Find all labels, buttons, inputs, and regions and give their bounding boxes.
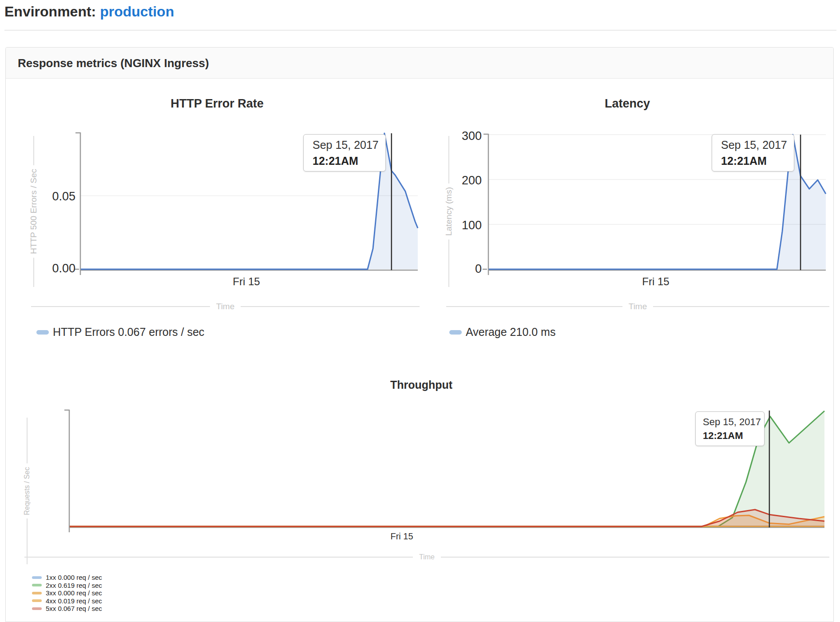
y-axis-label: HTTP 500 Errors / Sec bbox=[28, 136, 39, 287]
legend-http-errors: HTTP Errors 0.067 errors / sec bbox=[36, 326, 204, 339]
chart-tooltip: Sep 15, 2017 12:21AM bbox=[695, 411, 765, 446]
tooltip-time: 12:21AM bbox=[313, 155, 385, 167]
legend-label: 1xx 0.000 req / sec bbox=[46, 574, 102, 581]
legend-swatch bbox=[32, 584, 42, 586]
tooltip-date: Sep 15, 2017 bbox=[721, 139, 794, 152]
axis-label-line bbox=[446, 306, 622, 307]
chart-tooltip: Sep 15, 2017 12:21AM bbox=[712, 134, 794, 171]
y-tick: 0.05 bbox=[52, 190, 75, 203]
chart-title-throughput: Throughput bbox=[390, 379, 452, 391]
y-axis-label-text: Latency (ms) bbox=[444, 187, 454, 236]
tooltip-time: 12:21AM bbox=[703, 430, 764, 442]
x-axis-label: Time bbox=[24, 552, 829, 562]
y-tick: 0.00 bbox=[52, 262, 75, 275]
axis-label-line bbox=[441, 557, 829, 558]
legend-swatch bbox=[32, 607, 42, 610]
legend-label: HTTP Errors 0.067 errors / sec bbox=[53, 326, 204, 339]
y-tick: 200 bbox=[462, 174, 482, 187]
legend-row: 4xx 0.019 req / sec bbox=[32, 597, 102, 605]
axis-label-line bbox=[33, 136, 34, 165]
axis-label-line bbox=[24, 557, 413, 558]
axis-label-line bbox=[241, 306, 420, 307]
y-tick: 300 bbox=[462, 129, 482, 143]
axis-label-line bbox=[33, 258, 34, 287]
y-axis-label: Requests / Sec bbox=[22, 418, 32, 564]
x-tick: Fri 15 bbox=[642, 275, 669, 288]
legend-label: 4xx 0.019 req / sec bbox=[46, 597, 102, 605]
legend-label: Average 210.0 ms bbox=[466, 326, 555, 339]
legend-swatch bbox=[32, 599, 42, 602]
tooltip-date: Sep 15, 2017 bbox=[703, 416, 764, 428]
legend-label: 5xx 0.067 req / sec bbox=[46, 605, 102, 612]
x-axis-label-text: Time bbox=[419, 553, 435, 561]
x-axis-label-text: Time bbox=[629, 302, 647, 311]
axis-label-line bbox=[27, 518, 28, 564]
chart-title-latency: Latency bbox=[605, 97, 650, 111]
chart-tooltip: Sep 15, 2017 12:21AM bbox=[303, 134, 386, 171]
legend-row: 2xx 0.619 req / sec bbox=[32, 582, 102, 590]
x-axis-label: Time bbox=[31, 302, 420, 311]
y-axis-label-text: Requests / Sec bbox=[23, 467, 31, 515]
legend-label: 2xx 0.619 req / sec bbox=[46, 582, 102, 589]
y-axis-label-text: HTTP 500 Errors / Sec bbox=[29, 169, 39, 254]
x-tick: Fri 15 bbox=[390, 531, 413, 542]
legend-swatch bbox=[36, 330, 49, 335]
legend-swatch bbox=[449, 330, 462, 335]
legend-row: 3xx 0.000 req / sec bbox=[32, 589, 102, 597]
x-tick: Fri 15 bbox=[233, 275, 260, 288]
legend-label: 3xx 0.000 req / sec bbox=[46, 589, 102, 597]
y-tick: 100 bbox=[462, 219, 482, 232]
x-axis-label: Time bbox=[446, 302, 829, 311]
legend-row: 5xx 0.067 req / sec bbox=[32, 605, 102, 613]
tooltip-date: Sep 15, 2017 bbox=[313, 139, 385, 152]
environment-metrics-page: Environment: production Response metrics… bbox=[0, 0, 840, 622]
legend-average-latency: Average 210.0 ms bbox=[449, 326, 555, 339]
y-tick: 0 bbox=[475, 262, 482, 276]
axis-label-line bbox=[448, 239, 449, 287]
axis-label-line bbox=[448, 136, 449, 183]
y-axis-label: Latency (ms) bbox=[444, 136, 454, 287]
legend-swatch bbox=[32, 576, 42, 579]
axis-label-line bbox=[31, 306, 210, 307]
chart-title-http-error-rate: HTTP Error Rate bbox=[170, 97, 264, 111]
axis-label-line bbox=[27, 418, 28, 463]
legend-throughput: 1xx 0.000 req / sec 2xx 0.619 req / sec … bbox=[32, 574, 102, 613]
tooltip-time: 12:21AM bbox=[721, 155, 794, 167]
legend-row: 1xx 0.000 req / sec bbox=[32, 574, 102, 582]
legend-swatch bbox=[32, 592, 42, 594]
axis-label-line bbox=[653, 306, 829, 307]
x-axis-label-text: Time bbox=[216, 302, 235, 311]
